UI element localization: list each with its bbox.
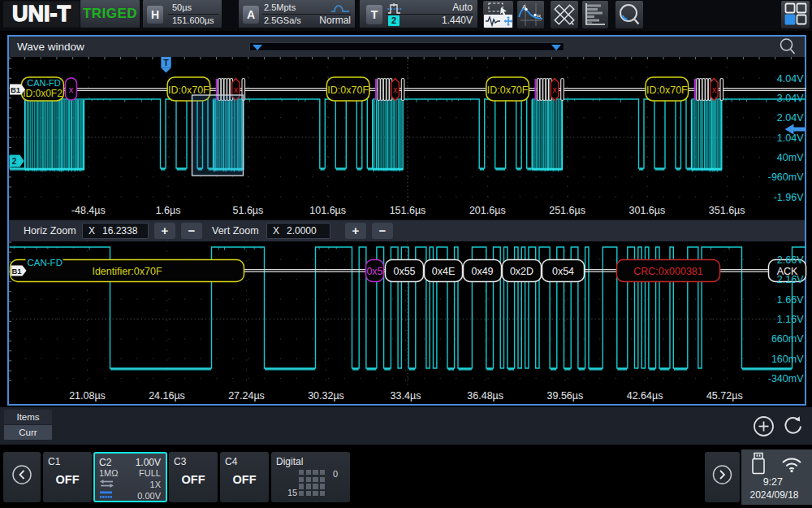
- magnifier-icon[interactable]: [779, 37, 797, 56]
- date: 2024/09/18: [739, 489, 810, 501]
- plot-text: 2.04V: [776, 112, 803, 124]
- plot-text: ID:0x70F: [646, 85, 688, 96]
- plot-text: 660mV: [771, 333, 803, 345]
- plot-text: 151.6µs: [389, 205, 425, 216]
- zoom-toolbar: Horiz Zoom X 16.2338 + − Vert Zoom X 2.0…: [9, 219, 805, 241]
- plot-text: ID:0x70F: [168, 85, 209, 96]
- horiz-zoom-decrease-button[interactable]: −: [181, 223, 202, 239]
- plot-text: -1.96V: [773, 192, 803, 203]
- plot-text: B1: [10, 85, 20, 94]
- plot-text: 39.56µs: [546, 390, 583, 402]
- plot-text: x: [393, 85, 397, 94]
- zone-select-button[interactable]: [483, 1, 513, 15]
- channel-name: C3: [174, 456, 186, 467]
- pulse-width-trigger-icon: [387, 2, 402, 15]
- chevron-right-icon: [705, 452, 740, 502]
- timebase-value: 50µs: [172, 2, 192, 13]
- window-layout-button[interactable]: [781, 1, 810, 28]
- wave-window-title: Wave window: [17, 37, 84, 57]
- digital-channel-dot: [299, 491, 304, 496]
- plot-text: B1: [11, 267, 22, 276]
- horiz-zoom-input[interactable]: X 16.2338: [82, 223, 149, 239]
- statistics-tool-button[interactable]: [582, 1, 608, 28]
- digital-first-channel: 0: [333, 469, 338, 479]
- channel-bar-scroll-right-button[interactable]: [705, 452, 740, 502]
- plot-text: 33.4µs: [390, 390, 421, 402]
- plot-text: Identifier:0x70F: [92, 266, 162, 277]
- add-button[interactable]: [753, 415, 775, 437]
- measure-tools-icon: [551, 1, 578, 28]
- acquire-settings-tile[interactable]: A 2.5Mpts 2.5GSa/s Normal: [239, 0, 355, 28]
- digital-channel-dot: [306, 491, 311, 496]
- scrollbar-left-handle-icon[interactable]: [253, 45, 262, 50]
- vert-zoom-increase-button[interactable]: +: [345, 223, 366, 239]
- channel-c1-tile[interactable]: C1 OFF: [43, 452, 92, 502]
- trigger-status-text: TRIGED: [83, 6, 137, 21]
- plot-text: 1.6µs: [155, 205, 180, 216]
- digital-channel-dot: [306, 477, 311, 482]
- divider: [168, 14, 218, 15]
- channel-c2-tile[interactable]: C2 1.00V 1MΩ FULL 1X 0.00V: [93, 452, 167, 502]
- channel-bar-scroll-left-button[interactable]: [3, 452, 41, 502]
- zoom-wave-plot[interactable]: Identifier:0x70FCAN-FD0x50x550x4E0x490x2…: [9, 241, 807, 405]
- plot-text: 0x5: [366, 266, 382, 277]
- digital-channel-dot: [320, 470, 325, 475]
- acquire-mode-value: Normal: [319, 15, 351, 26]
- plot-text: 21.08µs: [69, 390, 106, 402]
- trigger-status-indicator: TRIGED: [80, 0, 140, 28]
- plot-text: 160mV: [771, 354, 803, 365]
- plot-text: 2.16V: [776, 274, 803, 285]
- horizontal-letter: H: [147, 6, 163, 24]
- sample-rate-value: 2.5GSa/s: [264, 15, 301, 26]
- wave-move-button[interactable]: [484, 15, 512, 28]
- channel-probe-value: 1X: [150, 480, 161, 489]
- search-tool-button[interactable]: [615, 1, 643, 28]
- scrollbar-right-handle-icon[interactable]: [551, 45, 561, 50]
- curr-button[interactable]: Curr: [4, 425, 52, 440]
- refresh-button[interactable]: [782, 415, 804, 437]
- digital-channel-dot: [320, 484, 325, 488]
- vert-zoom-input[interactable]: X 2.0000: [266, 223, 330, 239]
- vert-zoom-decrease-button[interactable]: −: [372, 223, 393, 239]
- channel-bar: C1 OFF C2 1.00V 1MΩ FULL 1X: [0, 449, 812, 505]
- plot-text: 4.04V: [776, 73, 803, 85]
- trigger-settings-tile[interactable]: T Auto 2 1.440V: [360, 0, 477, 28]
- trigger-source-badge: 2: [388, 15, 400, 26]
- decode-row-zoom: Identifier:0x70FCAN-FD0x50x550x4E0x490x2…: [10, 258, 806, 281]
- digital-last-channel: 15: [287, 488, 297, 497]
- trigger-level-value: 1.440V: [442, 15, 473, 26]
- clock: 9:27: [741, 476, 783, 488]
- plot-text: T: [163, 58, 169, 67]
- horiz-zoom-value: 16.2338: [102, 224, 137, 238]
- horiz-zoom-increase-button[interactable]: +: [154, 223, 175, 239]
- decode-items-row: Items Curr: [0, 407, 812, 445]
- digital-channels-tile[interactable]: Digital 0 15: [271, 452, 350, 502]
- wifi-icon: [780, 455, 803, 473]
- channel-impedance-value: 1MΩ: [99, 468, 119, 478]
- plot-text: 0x55: [393, 266, 415, 277]
- plot-text: 0x4E: [431, 266, 455, 277]
- zoom-selection-rect[interactable]: [192, 95, 243, 176]
- plot-text: -340mV: [767, 373, 803, 384]
- measure-tool-button[interactable]: [551, 1, 578, 28]
- digital-channel-dot: [313, 484, 317, 488]
- cursor-tool-button[interactable]: A B: [517, 1, 544, 28]
- memory-depth-value: 2.5Mpts: [264, 2, 296, 13]
- digital-channel-dot: [313, 491, 317, 496]
- plot-text: CAN-FD: [27, 258, 62, 267]
- digital-channel-dot: [299, 470, 304, 475]
- chevron-left-icon: [3, 452, 41, 502]
- channel-c3-tile[interactable]: C3 OFF: [169, 452, 218, 502]
- items-button[interactable]: Items: [4, 410, 52, 424]
- plot-text: x: [552, 85, 556, 94]
- horizontal-settings-tile[interactable]: H 50µs 151.600µs: [143, 0, 222, 28]
- main-wave-plot[interactable]: CAN-FDID:0x0F2xID:0x70FxID:0x70FxID:0x70…: [9, 57, 807, 219]
- digital-channel-dot: [320, 491, 325, 496]
- plot-text: 40mV: [776, 152, 803, 163]
- plot-text: 251.6µs: [549, 205, 585, 216]
- trigger-position-flag[interactable]: T: [161, 57, 171, 73]
- system-status-panel[interactable]: 9:27 2024/09/18: [741, 449, 812, 505]
- horizontal-position-scrollbar[interactable]: [249, 42, 564, 51]
- plot-text: CAN-FD: [27, 78, 61, 88]
- channel-c4-tile[interactable]: C4 OFF: [220, 452, 269, 502]
